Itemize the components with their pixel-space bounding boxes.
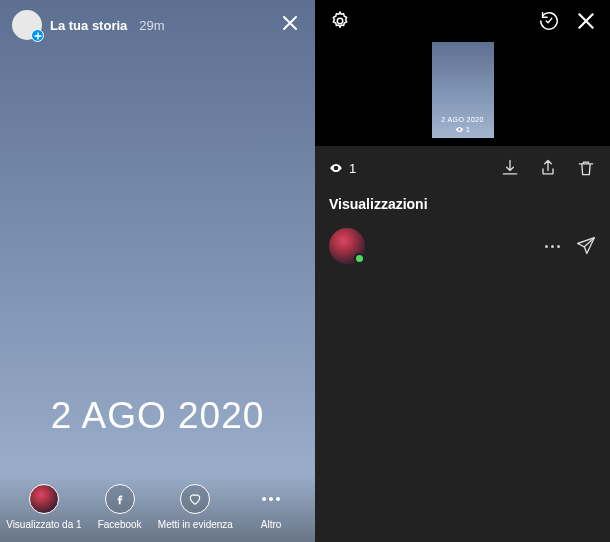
close-insights-button[interactable]	[576, 11, 596, 31]
story-view: La tua storia 29m 2 AGO 2020 Visualizzat…	[0, 0, 315, 542]
send-message-button[interactable]	[576, 236, 596, 256]
view-count-value: 1	[349, 161, 356, 176]
svg-point-0	[337, 18, 343, 24]
thumbnail-view-count: 1	[466, 125, 470, 134]
story-timestamp: 29m	[139, 18, 164, 33]
more-label: Altro	[261, 519, 282, 530]
online-indicator-icon	[354, 253, 365, 264]
viewer-row[interactable]	[315, 222, 610, 270]
download-button[interactable]	[500, 158, 520, 178]
story-thumbnail-strip: 2 AGO 2020 1	[315, 38, 610, 146]
insights-body: 1 Visualizzazioni	[315, 146, 610, 542]
story-footer: Visualizzato da 1 Facebook Metti in evid…	[0, 474, 315, 542]
story-thumbnail[interactable]: 2 AGO 2020 1	[432, 42, 494, 138]
thumbnail-caption: 2 AGO 2020	[441, 116, 484, 123]
view-count: 1	[329, 161, 356, 176]
delete-button[interactable]	[576, 158, 596, 178]
close-button[interactable]	[277, 10, 303, 40]
highlight-label: Metti in evidenza	[158, 519, 233, 530]
viewer-avatar-icon	[29, 484, 59, 514]
insights-view: 2 AGO 2020 1 1	[315, 0, 610, 542]
story-header: La tua storia 29m	[0, 0, 315, 50]
boost-icon[interactable]	[538, 10, 560, 32]
story-caption: 2 AGO 2020	[0, 395, 315, 437]
facebook-icon	[105, 484, 135, 514]
add-story-icon	[31, 29, 44, 42]
eye-icon	[455, 125, 464, 134]
share-facebook-button[interactable]: Facebook	[82, 484, 158, 530]
views-section-title: Visualizzazioni	[315, 190, 610, 222]
insights-top-bar	[315, 0, 610, 38]
story-title: La tua storia	[50, 18, 127, 33]
viewed-by-button[interactable]: Visualizzato da 1	[6, 484, 82, 530]
settings-icon[interactable]	[329, 10, 351, 32]
highlight-button[interactable]: Metti in evidenza	[158, 484, 234, 530]
thumbnail-views: 1	[455, 125, 470, 134]
stats-row: 1	[315, 146, 610, 190]
more-button[interactable]: Altro	[233, 484, 309, 530]
viewer-more-button[interactable]	[545, 245, 560, 248]
heart-icon	[180, 484, 210, 514]
share-button[interactable]	[538, 158, 558, 178]
viewed-by-label: Visualizzato da 1	[6, 519, 81, 530]
viewer-avatar	[329, 228, 365, 264]
more-icon	[256, 484, 286, 514]
your-story-avatar[interactable]	[12, 10, 42, 40]
facebook-label: Facebook	[98, 519, 142, 530]
eye-icon	[329, 161, 343, 175]
